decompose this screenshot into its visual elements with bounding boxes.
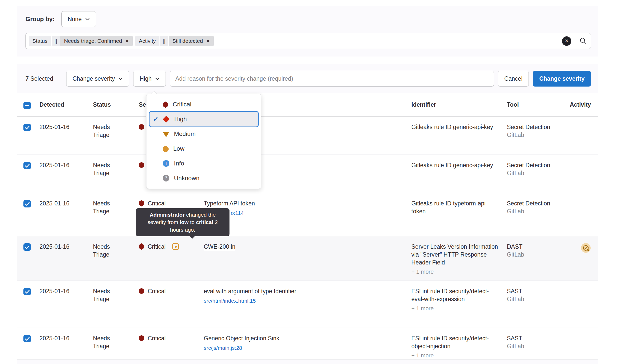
detected-date: 2025-01-16 <box>39 155 93 193</box>
tool-name: Secret Detection <box>507 200 569 207</box>
identifier-text: Gitleaks rule ID generic-api-key <box>411 123 499 131</box>
status-label: Needs Triage <box>93 281 139 328</box>
filter-token-operator[interactable]: || <box>160 36 168 46</box>
row-checkbox[interactable] <box>23 124 31 131</box>
header-status: Status <box>93 101 139 109</box>
severity-option-critical[interactable]: Critical <box>150 97 258 112</box>
identifier-more: + 1 more <box>411 305 499 312</box>
filter-token-activity[interactable]: Activity || Still detected ✕ <box>135 36 214 46</box>
severity-label: Critical <box>148 200 166 207</box>
severity-option-info[interactable]: Info <box>150 156 258 171</box>
severity-critical-icon <box>139 335 144 341</box>
filtered-search-bar[interactable]: Status || Needs triage, Confirmed ✕ Acti… <box>25 33 591 49</box>
identifier-text: Server Leaks Version Information via "Se… <box>411 243 499 267</box>
status-label: Needs Triage <box>93 155 139 193</box>
description-cell: CWE-200 in <box>204 236 411 281</box>
identifier-text: Gitleaks rule ID generic-api-key <box>411 161 499 169</box>
filter-token-name[interactable]: Status <box>29 36 51 46</box>
severity-label: Critical <box>148 243 166 251</box>
table-row[interactable]: 2025-01-16 Needs Triage Critical CWE-200… <box>17 236 598 281</box>
chevron-down-icon <box>155 77 159 80</box>
remove-token-icon[interactable]: ✕ <box>125 39 129 44</box>
group-by-row: Group by: None <box>25 11 591 27</box>
activity-cell <box>569 328 598 359</box>
severity-critical-icon <box>139 288 144 294</box>
table-row[interactable]: 2025-01-16 Needs Triage Critical Generic… <box>17 328 598 360</box>
severity-change-tooltip: Administrator changed the severity from … <box>136 208 229 236</box>
change-severity-label: Change severity <box>73 75 115 82</box>
identifier-cell: Gitleaks rule ID generic-api-key <box>411 155 507 193</box>
filter-token-value[interactable]: Needs triage, Confirmed ✕ <box>60 36 133 46</box>
activity-cell <box>569 193 598 236</box>
row-checkbox[interactable] <box>23 288 31 295</box>
vulnerability-title[interactable]: Typeform API token <box>204 200 401 207</box>
severity-override-icon[interactable] <box>172 243 179 250</box>
severity-label: Critical <box>148 287 166 295</box>
identifier-text: ESLint rule ID security/detect-object-in… <box>411 334 499 350</box>
next-table-row-partial <box>17 360 598 364</box>
row-checkbox[interactable] <box>23 162 31 169</box>
change-severity-submit-button[interactable]: Change severity <box>533 71 591 87</box>
identifier-cell: ESLint rule ID security/detect-eval-with… <box>411 281 507 328</box>
severity-option-medium[interactable]: Medium <box>150 127 258 141</box>
activity-cell <box>569 117 598 155</box>
severity-critical-icon <box>163 102 168 108</box>
header-tool: Tool <box>507 101 569 109</box>
detected-date: 2025-01-16 <box>39 236 93 281</box>
severity-label: Critical <box>148 334 166 342</box>
location-link[interactable]: src/js/main.js:28 <box>204 344 401 352</box>
still-detected-icon[interactable] <box>581 243 591 281</box>
location-link[interactable]: src/html/index.html:15 <box>204 297 401 304</box>
table-row[interactable]: 2025-01-16 Needs Triage Critical Gitleak… <box>17 155 598 193</box>
identifier-cell: Server Leaks Version Information via "Se… <box>411 236 507 281</box>
select-all-checkbox[interactable] <box>23 102 31 109</box>
severity-high-icon <box>163 116 170 123</box>
table-row[interactable]: 2025-01-16 Needs Triage Critical Gitleak… <box>17 117 598 155</box>
remove-token-icon[interactable]: ✕ <box>206 39 210 44</box>
filter-token-name[interactable]: Activity <box>135 36 159 46</box>
vulnerability-title[interactable]: eval with argument of type Identifier <box>204 287 401 295</box>
filter-token-status[interactable]: Status || Needs triage, Confirmed ✕ <box>29 36 133 46</box>
tool-cell: Secret Detection GitLab <box>507 117 569 155</box>
severity-option-label: Unknown <box>174 175 199 182</box>
change-severity-dropdown[interactable]: Change severity <box>66 71 129 87</box>
table-row[interactable]: 2025-01-16 Needs Triage Critical eval wi… <box>17 281 598 328</box>
chevron-down-icon <box>118 77 123 80</box>
filter-token-value[interactable]: Still detected ✕ <box>169 36 213 46</box>
vulnerability-title[interactable]: Generic Object Injection Sink <box>204 334 401 342</box>
cancel-button[interactable]: Cancel <box>498 71 529 87</box>
table-row[interactable]: 2025-01-16 Needs Triage Critical Typefor… <box>17 193 598 236</box>
row-checkbox[interactable] <box>23 243 31 251</box>
search-icon <box>579 37 587 45</box>
vulnerability-report-page: Group by: None Status || Needs triage, C… <box>0 0 622 364</box>
filter-token-operator[interactable]: || <box>52 36 60 46</box>
clear-filters-button[interactable]: ✕ <box>562 36 571 46</box>
severity-option-unknown[interactable]: Unknown <box>150 171 258 186</box>
status-label: Needs Triage <box>93 193 139 236</box>
group-by-dropdown[interactable]: None <box>61 11 96 27</box>
severity-option-low[interactable]: Low <box>150 141 258 156</box>
severity-value: High <box>140 75 152 82</box>
status-label: Needs Triage <box>93 328 139 359</box>
vulnerability-link[interactable]: CWE-200 in <box>204 243 235 250</box>
detected-date: 2025-01-16 <box>39 328 93 359</box>
submit-label: Change severity <box>539 75 585 82</box>
tool-cell: SAST GitLab <box>507 281 569 328</box>
tool-cell: Secret Detection GitLab <box>507 193 569 236</box>
location-link[interactable]: o:114 <box>231 209 401 217</box>
description-cell: Generic Object Injection Sink src/js/mai… <box>204 328 411 359</box>
severity-option-high[interactable]: High <box>150 112 258 127</box>
tool-name: DAST <box>507 243 569 251</box>
tool-cell: DAST GitLab <box>507 236 569 281</box>
search-button[interactable] <box>575 33 591 49</box>
identifier-text: ESLint rule ID security/detect-eval-with… <box>411 287 499 303</box>
row-checkbox[interactable] <box>23 335 31 342</box>
severity-change-reason-input[interactable] <box>170 71 494 87</box>
row-checkbox[interactable] <box>23 200 31 207</box>
severity-option-label: Low <box>173 145 184 152</box>
severity-critical-icon <box>139 243 144 250</box>
description-cell: eval with argument of type Identifier sr… <box>204 281 411 328</box>
severity-option-label: Critical <box>173 101 191 108</box>
selected-count-label: 7 Selected <box>25 75 53 82</box>
severity-value-dropdown[interactable]: High <box>133 71 166 87</box>
